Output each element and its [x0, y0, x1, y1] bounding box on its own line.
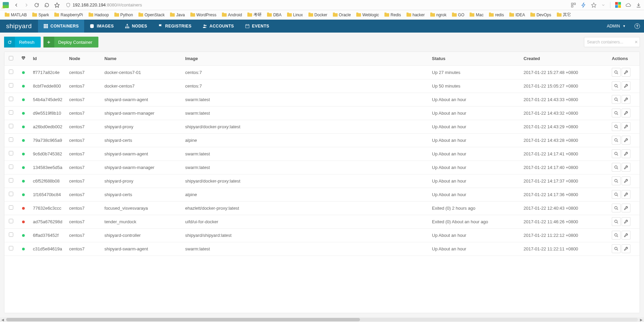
cell-id[interactable]: c31d5e84619a	[30, 242, 66, 255]
bookmark-item[interactable]: Spark	[30, 12, 51, 18]
inspect-button[interactable]	[612, 136, 621, 145]
inspect-button[interactable]	[612, 149, 621, 158]
nav-registries[interactable]: REGISTRIES	[153, 20, 197, 33]
bookmark-item[interactable]: OpenStack	[136, 12, 167, 18]
apps-grid-icon[interactable]	[615, 2, 621, 8]
cell-id[interactable]: ff7717a82c4e	[30, 65, 66, 79]
bolt-icon[interactable]	[581, 2, 586, 8]
row-checkbox[interactable]	[9, 151, 13, 155]
download-icon[interactable]	[636, 2, 641, 8]
settings-button[interactable]	[622, 149, 630, 158]
nav-events[interactable]: EVENTS	[240, 20, 275, 33]
address-bar[interactable]: 192.168.220.194:8080/#/containers	[64, 2, 566, 7]
stop-reload-icon[interactable]	[44, 2, 50, 8]
inspect-button[interactable]	[612, 163, 621, 172]
search-input[interactable]	[584, 37, 640, 47]
cell-id[interactable]: 134583ee5d5a	[30, 160, 66, 174]
nav-containers[interactable]: CONTAINERS	[38, 20, 84, 33]
cell-id[interactable]: 6ffad376452f	[30, 228, 66, 242]
row-checkbox[interactable]	[9, 246, 13, 250]
bookmark-item[interactable]: ngrok	[428, 12, 449, 18]
header-node[interactable]: Node	[66, 52, 101, 65]
inspect-button[interactable]	[612, 122, 621, 131]
settings-button[interactable]	[622, 231, 630, 240]
row-checkbox[interactable]	[9, 205, 13, 210]
inspect-button[interactable]	[612, 204, 621, 212]
cell-id[interactable]: 79a738c965a9	[30, 133, 66, 147]
settings-button[interactable]	[622, 204, 630, 212]
settings-button[interactable]	[622, 244, 630, 253]
row-checkbox[interactable]	[9, 219, 13, 223]
header-status[interactable]: Status	[429, 52, 520, 65]
settings-button[interactable]	[622, 122, 630, 131]
help-button[interactable]: ?	[630, 20, 644, 33]
bookmark-item[interactable]: Android	[220, 12, 244, 18]
bookmark-item[interactable]: 其它	[555, 11, 573, 18]
settings-button[interactable]	[622, 68, 630, 77]
bookmark-item[interactable]: Redis	[382, 12, 403, 18]
row-checkbox[interactable]	[9, 70, 13, 74]
row-checkbox[interactable]	[9, 165, 13, 169]
bookmark-item[interactable]: Docker	[306, 12, 329, 18]
site-identity-icon[interactable]	[3, 2, 9, 8]
inspect-button[interactable]	[612, 231, 621, 240]
cell-id[interactable]: a26bd0edb002	[30, 120, 66, 133]
nav-accounts[interactable]: ACCOUNTS	[197, 20, 240, 33]
cell-id[interactable]: c6f52f688b08	[30, 174, 66, 188]
row-checkbox[interactable]	[9, 83, 13, 88]
settings-button[interactable]	[622, 81, 630, 90]
cell-id[interactable]: d9e5519f8b10	[30, 106, 66, 120]
favorite-star-icon[interactable]	[591, 2, 596, 8]
back-icon[interactable]	[14, 2, 19, 8]
cell-id[interactable]: 1f165470bc84	[30, 188, 66, 201]
bookmark-star-icon[interactable]	[54, 2, 60, 8]
header-health[interactable]	[17, 52, 30, 65]
cell-id[interactable]: 77632e6c3ccc	[30, 201, 66, 215]
bookmark-item[interactable]: WordPress	[188, 12, 219, 18]
refresh-button[interactable]: Refresh	[4, 37, 41, 48]
cell-id[interactable]: 9c6d0b745382	[30, 147, 66, 160]
bookmark-item[interactable]: DevOps	[528, 12, 553, 18]
row-checkbox[interactable]	[9, 124, 13, 128]
bookmark-item[interactable]: Oracle	[331, 12, 353, 18]
clear-search-icon[interactable]: ✕	[634, 40, 638, 44]
bookmark-item[interactable]: Hadoop	[87, 12, 111, 18]
nav-nodes[interactable]: NODES	[119, 20, 153, 33]
reload-icon[interactable]	[34, 2, 39, 8]
chevron-down-icon[interactable]	[601, 2, 605, 8]
nav-images[interactable]: IMAGES	[84, 20, 119, 33]
settings-button[interactable]	[622, 190, 630, 199]
bookmark-item[interactable]: MATLAB	[3, 12, 29, 18]
settings-button[interactable]	[622, 217, 630, 226]
inspect-button[interactable]	[612, 190, 621, 199]
inspect-button[interactable]	[612, 244, 621, 253]
bookmark-item[interactable]: GO	[450, 12, 467, 18]
row-checkbox[interactable]	[9, 97, 13, 101]
bookmark-item[interactable]: Weblogic	[354, 12, 381, 18]
brand-logo[interactable]: shipyard	[0, 20, 38, 33]
settings-button[interactable]	[622, 136, 630, 145]
header-created[interactable]: Created	[520, 52, 608, 65]
row-checkbox[interactable]	[9, 232, 13, 237]
inspect-button[interactable]	[612, 81, 621, 90]
inspect-button[interactable]	[612, 95, 621, 104]
bookmark-item[interactable]: Linux	[285, 12, 305, 18]
inspect-button[interactable]	[612, 68, 621, 77]
cloud-icon[interactable]	[626, 2, 631, 8]
row-checkbox[interactable]	[9, 137, 13, 142]
bookmark-item[interactable]: DBA	[265, 12, 284, 18]
bookmark-item[interactable]: Python	[112, 12, 135, 18]
cell-id[interactable]: 54b4a745de92	[30, 93, 66, 106]
qr-icon[interactable]	[571, 2, 576, 8]
header-image[interactable]: Image	[182, 52, 429, 65]
settings-button[interactable]	[622, 163, 630, 172]
forward-icon[interactable]	[24, 2, 29, 8]
bookmark-item[interactable]: IDEA	[507, 12, 527, 18]
inspect-button[interactable]	[612, 217, 621, 226]
bookmark-item[interactable]: hacker	[404, 12, 427, 18]
deploy-container-button[interactable]: Deploy Container	[43, 37, 98, 48]
settings-button[interactable]	[622, 95, 630, 104]
inspect-button[interactable]	[612, 176, 621, 185]
settings-button[interactable]	[622, 176, 630, 185]
inspect-button[interactable]	[612, 109, 621, 117]
